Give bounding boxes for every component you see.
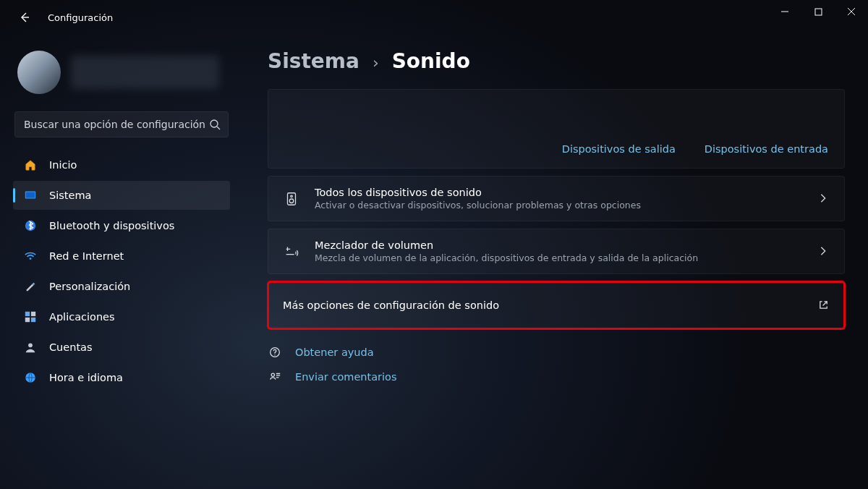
chevron-right-icon: › [373,54,379,72]
send-feedback-link[interactable]: Enviar comentarios [268,370,845,384]
sidebar: Inicio Sistema [0,35,239,489]
svg-point-5 [30,258,32,260]
sidebar-item-label: Aplicaciones [49,311,115,323]
svg-point-14 [289,199,294,203]
titlebar: Configuración [0,0,868,35]
all-sound-devices-row[interactable]: Todos los dispositivos de sonido Activar… [268,176,845,221]
sidebar-item-label: Hora e idioma [49,372,123,383]
more-sound-settings-row[interactable]: Más opciones de configuración de sonido [268,281,845,329]
search-box[interactable] [14,111,229,137]
sidebar-item-label: Inicio [49,159,77,171]
chevron-right-icon [818,246,830,258]
sidebar-item-bluetooth[interactable]: Bluetooth y dispositivos [13,211,230,240]
wifi-icon [23,249,38,263]
sidebar-item-personalization[interactable]: Personalización [13,272,230,301]
close-button[interactable] [835,0,868,23]
minimize-button[interactable] [768,0,801,23]
home-icon [23,158,38,172]
volume-mixer-row[interactable]: Mezclador de volumen Mezcla de volumen d… [268,229,845,274]
mixer-icon [283,243,300,260]
row-title: Más opciones de configuración de sonido [283,299,804,311]
breadcrumb-current: Sonido [392,49,470,73]
account-icon [23,340,38,354]
sidebar-item-time-language[interactable]: Hora e idioma [13,363,230,392]
sidebar-item-label: Cuentas [49,341,93,353]
avatar [17,51,61,94]
search-input[interactable] [24,119,209,130]
device-links-card: Dispositivos de salida Dispositivos de e… [268,89,845,169]
sidebar-item-system[interactable]: Sistema [13,181,230,210]
row-subtitle: Activar o desactivar dispositivos, soluc… [315,200,804,211]
sidebar-nav: Inicio Sistema [13,150,230,392]
sidebar-item-label: Bluetooth y dispositivos [49,220,174,231]
svg-point-13 [291,195,293,197]
link-label: Enviar comentarios [295,371,396,383]
sidebar-item-label: Personalización [49,281,130,292]
svg-point-16 [274,354,275,355]
window-controls [768,0,868,35]
profile-block[interactable] [13,46,230,104]
sidebar-item-label: Sistema [49,190,91,201]
chevron-right-icon [818,193,830,205]
footer-links: Obtener ayuda Enviar comentarios [268,345,845,384]
svg-rect-3 [26,192,35,198]
svg-rect-0 [815,9,822,15]
row-title: Mezclador de volumen [315,239,804,251]
maximize-button[interactable] [801,0,835,23]
sidebar-item-label: Red e Internet [49,250,124,262]
back-button[interactable] [17,10,32,25]
breadcrumb: Sistema › Sonido [268,49,845,73]
sidebar-item-apps[interactable]: Aplicaciones [13,302,230,331]
feedback-icon [268,370,282,384]
svg-point-1 [210,120,218,127]
help-icon [268,345,282,360]
speaker-icon [283,190,300,208]
link-label: Obtener ayuda [295,346,374,358]
system-icon [23,188,38,203]
svg-point-17 [271,373,274,376]
svg-point-10 [28,343,33,347]
apps-icon [23,310,38,324]
input-devices-link[interactable]: Dispositivos de entrada [705,143,828,155]
sidebar-item-network[interactable]: Red e Internet [13,242,230,271]
sidebar-item-home[interactable]: Inicio [13,150,230,179]
breadcrumb-parent[interactable]: Sistema [268,49,359,73]
external-link-icon [818,299,830,311]
globe-icon [23,370,38,385]
bluetooth-icon [23,218,38,233]
sidebar-item-accounts[interactable]: Cuentas [13,333,230,362]
output-devices-link[interactable]: Dispositivos de salida [562,143,676,155]
get-help-link[interactable]: Obtener ayuda [268,345,845,360]
row-subtitle: Mezcla de volumen de la aplicación, disp… [315,252,804,263]
svg-rect-8 [25,318,30,322]
svg-rect-9 [31,318,35,322]
profile-name-redacted [71,56,219,89]
brush-icon [23,279,38,294]
main-content: Sistema › Sonido Dispositivos de salida … [239,35,868,489]
window-title: Configuración [48,12,113,23]
svg-rect-7 [31,312,35,316]
row-title: Todos los dispositivos de sonido [315,187,804,198]
svg-rect-6 [25,312,30,316]
search-icon [209,119,221,130]
